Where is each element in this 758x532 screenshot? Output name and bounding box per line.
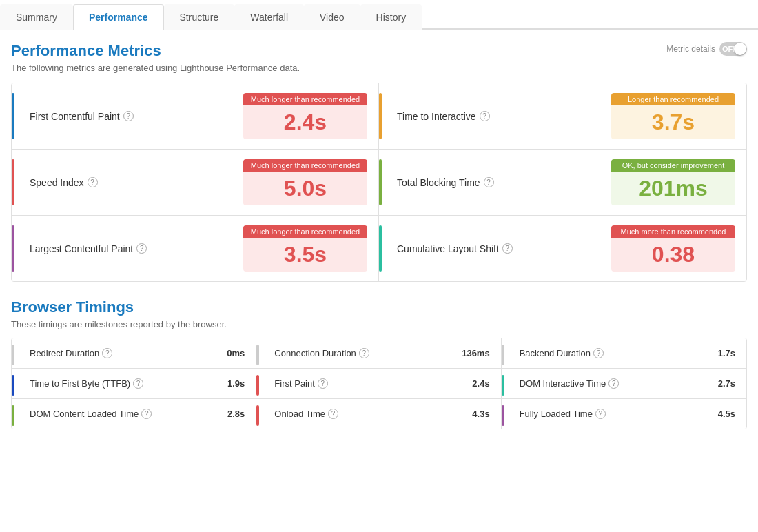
metric-number-tbt: 201ms [611, 172, 735, 205]
metric-help-si[interactable]: ? [88, 177, 98, 187]
timing-bar-onload [256, 405, 259, 426]
metric-help-lcp[interactable]: ? [136, 243, 147, 254]
tab-summary[interactable]: Summary [0, 4, 73, 30]
metrics-grid: First Contentful Paint ?Much longer than… [11, 83, 747, 282]
metric-help-fcp[interactable]: ? [123, 111, 134, 121]
metric-bar-si [12, 159, 14, 205]
timing-name-backend: Backend Duration ? [513, 348, 701, 358]
metric-cell-tti: Time to Interactive ?Longer than recomme… [379, 83, 746, 150]
timing-bar-dom-content-loaded [12, 405, 14, 426]
timing-help-fully-loaded[interactable]: ? [595, 409, 606, 419]
metric-details-toggle[interactable]: OFF [719, 42, 747, 56]
metric-number-cls: 0.38 [611, 238, 735, 272]
metric-label-si: Speed Index [30, 177, 84, 188]
tab-performance[interactable]: Performance [73, 4, 164, 30]
timing-help-backend[interactable]: ? [593, 348, 604, 358]
timing-bar-ttfb [12, 375, 14, 396]
performance-metrics-title: Performance Metrics [11, 42, 300, 60]
metric-badge-cls: Much more than recommended [611, 225, 735, 238]
timing-help-dom-interactive[interactable]: ? [608, 378, 619, 389]
metric-help-tbt[interactable]: ? [484, 177, 494, 187]
timing-name-first-paint: First Paint ? [267, 378, 455, 389]
timing-name-ttfb: Time to First Byte (TTFB) ? [23, 378, 210, 389]
timing-label-dom-interactive: DOM Interactive Time [520, 378, 606, 389]
timing-bar-connection [256, 345, 259, 365]
timing-label-first-paint: First Paint [274, 378, 315, 389]
timing-bar-first-paint [256, 375, 259, 396]
timing-value-onload: 4.3s [455, 409, 490, 419]
metric-badge-fcp: Much longer than recommended [243, 93, 367, 105]
metric-badge-tbt: OK, but consider improvement [611, 159, 735, 172]
timing-bar-dom-interactive [502, 375, 504, 396]
toggle-knob [734, 43, 746, 55]
timing-help-dom-content-loaded[interactable]: ? [141, 409, 152, 419]
metric-bar-cls [379, 225, 382, 272]
timing-cell-onload: Onload Time ?4.3s [256, 399, 501, 429]
timing-cell-ttfb: Time to First Byte (TTFB) ?1.9s [12, 369, 256, 399]
timing-help-redirect[interactable]: ? [102, 348, 112, 358]
metric-value-box-si: Much longer than recommended5.0s [243, 159, 367, 205]
timing-name-dom-content-loaded: DOM Content Loaded Time ? [23, 409, 210, 419]
metric-name-lcp: Largest Contentful Paint ? [23, 243, 243, 254]
metric-value-box-tti: Longer than recommended3.7s [611, 93, 735, 139]
metric-number-tti: 3.7s [611, 105, 735, 139]
metric-cell-tbt: Total Blocking Time ?OK, but consider im… [379, 150, 746, 216]
timing-help-first-paint[interactable]: ? [318, 378, 328, 389]
tab-structure[interactable]: Structure [164, 4, 235, 30]
timing-value-ttfb: 1.9s [210, 378, 245, 389]
timing-cell-dom-content-loaded: DOM Content Loaded Time ?2.8s [12, 399, 256, 429]
metric-name-fcp: First Contentful Paint ? [23, 111, 243, 122]
timing-help-ttfb[interactable]: ? [133, 378, 143, 389]
timing-name-connection: Connection Duration ? [267, 348, 455, 358]
main-content: Performance Metrics The following metric… [0, 30, 758, 442]
metric-name-cls: Cumulative Layout Shift ? [390, 243, 611, 254]
timing-cell-first-paint: First Paint ?2.4s [256, 369, 501, 399]
metric-bar-fcp [12, 93, 14, 139]
timings-grid: Redirect Duration ?0msConnection Duratio… [11, 338, 747, 429]
metric-details-label: Metric details [666, 44, 715, 54]
tab-bar: SummaryPerformanceStructureWaterfallVide… [0, 0, 758, 30]
metric-value-box-cls: Much more than recommended0.38 [611, 225, 735, 272]
metric-label-tbt: Total Blocking Time [397, 177, 480, 188]
metric-name-tbt: Total Blocking Time ? [390, 177, 611, 188]
timing-cell-connection: Connection Duration ?136ms [256, 338, 501, 369]
metric-label-fcp: First Contentful Paint [30, 111, 120, 122]
timing-label-ttfb: Time to First Byte (TTFB) [30, 378, 130, 389]
metric-cell-fcp: First Contentful Paint ?Much longer than… [12, 83, 379, 150]
timing-bar-backend [502, 345, 504, 365]
timing-value-redirect: 0ms [210, 348, 245, 358]
metric-value-box-fcp: Much longer than recommended2.4s [243, 93, 367, 139]
timing-help-onload[interactable]: ? [328, 409, 338, 419]
browser-timings-title: Browser Timings [11, 298, 747, 316]
timing-label-redirect: Redirect Duration [30, 348, 99, 358]
metric-label-cls: Cumulative Layout Shift [397, 243, 499, 254]
timing-cell-backend: Backend Duration ?1.7s [502, 338, 746, 369]
browser-timings-desc: These timings are milestones reported by… [11, 319, 747, 329]
tab-waterfall[interactable]: Waterfall [234, 4, 304, 30]
metric-badge-tti: Longer than recommended [611, 93, 735, 105]
metric-label-tti: Time to Interactive [397, 111, 476, 122]
timing-cell-redirect: Redirect Duration ?0ms [12, 338, 256, 369]
metric-badge-lcp: Much longer than recommended [243, 225, 367, 238]
metric-number-si: 5.0s [243, 172, 367, 205]
timing-value-dom-content-loaded: 2.8s [210, 409, 245, 419]
tab-video[interactable]: Video [304, 4, 360, 30]
metric-details-toggle-row: Metric details OFF [666, 42, 747, 56]
timing-label-connection: Connection Duration [274, 348, 356, 358]
tab-history[interactable]: History [360, 4, 422, 30]
metric-help-cls[interactable]: ? [502, 243, 513, 254]
metric-help-tti[interactable]: ? [480, 111, 490, 121]
timing-help-connection[interactable]: ? [359, 348, 369, 358]
metric-bar-tbt [379, 159, 382, 205]
metric-cell-lcp: Largest Contentful Paint ?Much longer th… [12, 216, 379, 281]
timing-value-backend: 1.7s [701, 348, 735, 358]
performance-metrics-desc: The following metrics are generated usin… [11, 63, 300, 73]
metric-badge-si: Much longer than recommended [243, 159, 367, 172]
metric-number-lcp: 3.5s [243, 238, 367, 272]
metric-value-box-tbt: OK, but consider improvement201ms [611, 159, 735, 205]
metric-name-si: Speed Index ? [23, 177, 243, 188]
metric-bar-tti [379, 93, 382, 139]
timing-value-connection: 136ms [455, 348, 490, 358]
metric-cell-cls: Cumulative Layout Shift ?Much more than … [379, 216, 746, 281]
timing-label-backend: Backend Duration [520, 348, 591, 358]
